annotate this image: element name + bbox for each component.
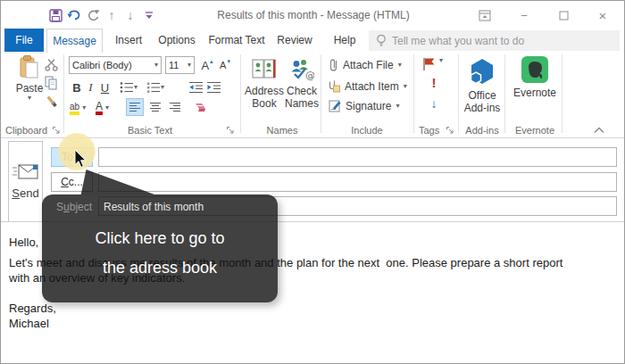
tab-message[interactable]: Message xyxy=(46,29,103,53)
tab-help[interactable]: Help xyxy=(324,29,365,52)
font-size-caret: ▾ xyxy=(188,62,191,69)
outlook-message-window: ↑ ↓ Results of this month - Message (HTM… xyxy=(0,0,625,364)
tab-options[interactable]: Options xyxy=(154,29,199,52)
format-painter-icon[interactable] xyxy=(45,95,59,109)
group-separator xyxy=(562,54,562,133)
tab-insert[interactable]: Insert xyxy=(108,29,149,52)
numbering-icon xyxy=(146,81,161,94)
clipboard-group-label: Clipboard xyxy=(5,125,47,136)
lightbulb-icon xyxy=(376,34,387,47)
clear-formatting-button[interactable] xyxy=(191,98,206,116)
close-button[interactable]: × xyxy=(595,7,611,23)
copy-icon[interactable] xyxy=(45,76,58,90)
tab-format-text[interactable]: Format Text xyxy=(206,29,267,52)
previous-item-icon[interactable]: ↑ xyxy=(104,7,120,23)
align-right-button[interactable] xyxy=(166,98,184,116)
address-book-icon xyxy=(251,58,278,81)
evernote-group-label: Evernote xyxy=(508,125,562,136)
undo-icon[interactable] xyxy=(66,7,82,23)
flag-caret: ▾ xyxy=(439,57,443,64)
paste-clipboard-icon xyxy=(20,55,39,79)
group-separator xyxy=(321,54,321,133)
maximize-button[interactable] xyxy=(555,7,571,23)
attach-item-icon xyxy=(329,79,340,93)
grow-font-button[interactable]: A▴ xyxy=(199,56,215,74)
send-envelope-icon xyxy=(12,163,39,181)
underline-button[interactable]: U xyxy=(98,79,112,96)
customize-quick-access-toolbar-icon[interactable] xyxy=(141,7,157,23)
group-separator xyxy=(413,54,414,133)
text-highlight-caret: ▾ xyxy=(82,104,86,112)
to-input[interactable] xyxy=(98,147,617,167)
evernote-button[interactable]: Evernote xyxy=(508,56,562,99)
numbering-caret: ▾ xyxy=(161,84,164,91)
check-names-icon: @ xyxy=(289,58,314,81)
ribbon-tab-bar: File Message Insert Options Format Text … xyxy=(1,29,624,52)
minimize-button[interactable]: − xyxy=(516,7,532,23)
signature-button[interactable]: Signature ▾ xyxy=(329,100,399,112)
basic-text-dialog-launcher-icon[interactable] xyxy=(226,126,235,135)
font-name-caret: ▾ xyxy=(154,62,158,69)
italic-button[interactable]: I xyxy=(86,79,96,96)
numbering-button[interactable]: ▾ xyxy=(146,79,164,96)
font-size-combo[interactable]: 11▾ xyxy=(165,56,195,74)
send-button[interactable]: Send xyxy=(8,141,43,222)
text-highlight-button[interactable]: ab ▾ xyxy=(70,99,86,117)
window-title: Results of this month - Message (HTML) xyxy=(162,9,465,21)
group-separator xyxy=(240,54,241,133)
paste-dropdown-caret: ▾ xyxy=(13,95,46,102)
flag-icon xyxy=(422,57,436,71)
address-book-button[interactable]: Address Book xyxy=(245,58,284,110)
tags-dialog-launcher-icon[interactable] xyxy=(446,126,454,135)
tab-review[interactable]: Review xyxy=(272,29,317,52)
office-addins-cube-icon xyxy=(468,57,496,86)
check-names-button[interactable]: @ Check Names xyxy=(283,58,321,110)
include-group-label: Include xyxy=(324,125,410,136)
title-bar: ↑ ↓ Results of this month - Message (HTM… xyxy=(1,1,624,29)
bullets-icon xyxy=(120,81,134,94)
shrink-font-button[interactable]: A▾ xyxy=(217,56,233,74)
search-input[interactable] xyxy=(392,35,606,47)
attach-item-button[interactable]: Attach Item ▾ xyxy=(329,79,407,93)
group-separator xyxy=(458,54,459,133)
evernote-elephant-icon xyxy=(521,56,548,83)
low-importance-button[interactable]: ↓ xyxy=(427,96,441,111)
shrink-font-caret-icon: ▾ xyxy=(227,58,230,65)
save-icon[interactable] xyxy=(47,7,63,23)
tab-file[interactable]: File xyxy=(4,29,44,52)
subject-label: Subject xyxy=(56,201,92,213)
cut-icon[interactable] xyxy=(45,58,58,71)
next-item-icon[interactable]: ↓ xyxy=(122,7,138,23)
group-separator xyxy=(504,54,505,133)
decrease-indent-button[interactable] xyxy=(188,79,204,96)
collapse-ribbon-icon[interactable] xyxy=(594,127,604,134)
bullets-caret: ▾ xyxy=(134,84,138,91)
office-addins-button[interactable]: Office Add-ins xyxy=(460,57,504,114)
mouse-cursor-icon xyxy=(74,150,88,169)
addins-group-label: Add-ins xyxy=(460,125,504,136)
subject-value: Results of this month xyxy=(104,201,204,213)
bullets-button[interactable]: ▾ xyxy=(120,79,138,96)
align-left-button[interactable] xyxy=(126,98,144,116)
svg-text:@: @ xyxy=(305,70,314,81)
paperclip-icon xyxy=(329,58,338,72)
redo-icon[interactable] xyxy=(85,7,101,23)
paste-button[interactable]: Paste ▾ xyxy=(13,55,46,102)
high-importance-button[interactable]: ! xyxy=(429,75,439,90)
clipboard-dialog-launcher-icon[interactable] xyxy=(52,126,61,135)
tooltip-text: the adress book xyxy=(42,256,278,279)
align-center-button[interactable] xyxy=(146,98,164,116)
attach-file-button[interactable]: Attach File ▾ xyxy=(329,58,402,72)
ribbon-display-options-icon[interactable] xyxy=(477,7,493,23)
ribbon: Paste ▾ Clipboard Calibri (Body)▾ 11▾ A▴… xyxy=(1,52,624,138)
follow-up-flag-button[interactable]: ▾ xyxy=(422,57,443,71)
cc-input[interactable] xyxy=(98,172,617,192)
tell-me-search[interactable] xyxy=(369,30,620,51)
increase-indent-button[interactable] xyxy=(206,79,221,96)
body-line: Regards, xyxy=(9,301,624,316)
font-name-combo[interactable]: Calibri (Body)▾ xyxy=(69,56,162,74)
font-color-button[interactable]: A ▾ xyxy=(96,99,109,117)
signature-caret: ▾ xyxy=(396,103,399,110)
tags-group-label: Tags xyxy=(419,125,439,136)
bold-button[interactable]: B xyxy=(71,79,83,96)
